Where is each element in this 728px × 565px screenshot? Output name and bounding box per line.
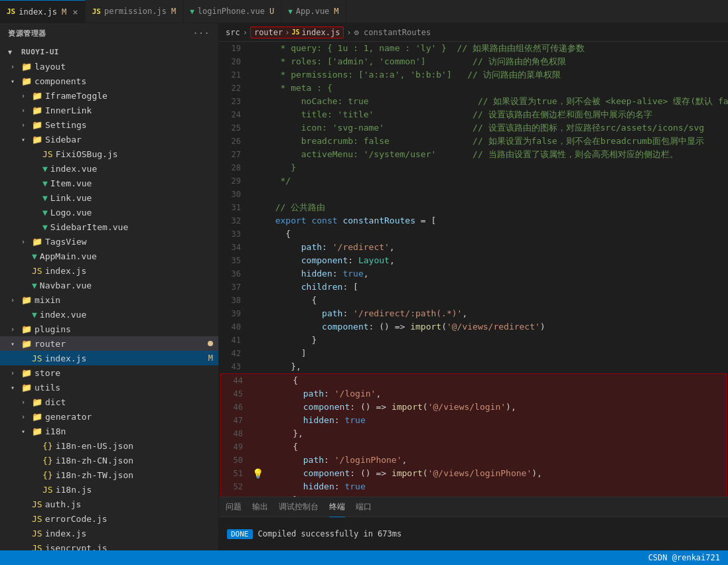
line-content: * query: { 1u : 1, name : 'ly' } // 如果路由…: [262, 42, 728, 55]
sidebar-item-sidebaritem-vue[interactable]: ▼ SidebarItem.vue: [0, 220, 218, 234]
code-editor[interactable]: 19 * query: { 1u : 1, name : 'ly' } // 如…: [219, 42, 728, 497]
sidebar-item-index-js-utils[interactable]: JS index.js: [0, 526, 218, 540]
root-arrow-icon: ▼: [8, 48, 19, 56]
code-line-34: 34 path: '/redirect',: [219, 241, 728, 254]
item-label: Logo.vue: [50, 208, 92, 218]
sidebar-item-logo-vue[interactable]: ▼ Logo.vue: [0, 205, 218, 220]
code-line-29: 29 */: [219, 174, 728, 188]
sidebar-item-mixin[interactable]: › 📁 mixin: [0, 292, 218, 307]
folder-icon: 📁: [32, 426, 42, 436]
panel-tab-port[interactable]: 端口: [356, 497, 372, 517]
line-content: [262, 188, 728, 201]
tab-index-js[interactable]: JS index.js M ×: [0, 0, 86, 23]
line-number: 19: [219, 42, 249, 55]
panel-tab-output[interactable]: 输出: [252, 497, 268, 517]
item-label: FixiOSBug.js: [56, 149, 118, 159]
tab-permission-js[interactable]: JS permission.js M: [86, 0, 183, 23]
js-file-icon: JS: [7, 7, 15, 16]
sidebar-tree[interactable]: ▼ RUOYI-UI › 📁 layout ▾ 📁 components ›: [0, 44, 218, 550]
item-label: i18n-en-US.json: [56, 441, 133, 451]
sidebar-item-generator[interactable]: › 📁 generator: [0, 409, 218, 424]
line-number: 29: [219, 174, 249, 188]
line-content: component: () => import('@/views/login')…: [264, 401, 726, 414]
item-label: i18n-zh-CN.json: [56, 456, 133, 466]
sidebar-item-fixiosbug[interactable]: JS FixiOSBug.js: [0, 147, 218, 161]
line-number: 34: [219, 241, 249, 254]
arrow-icon: ›: [11, 326, 21, 333]
tab-close-button[interactable]: ×: [72, 7, 78, 17]
folder-icon: 📁: [21, 368, 32, 378]
code-line-22: 22 * meta : {: [219, 82, 728, 95]
sidebar-item-i18n-zh-cn[interactable]: {} i18n-zh-CN.json: [0, 453, 218, 468]
sidebar-item-layout[interactable]: › 📁 layout: [0, 59, 218, 74]
sidebar-item-sidebar[interactable]: ▾ 📁 Sidebar: [0, 132, 218, 147]
sidebar-item-auth-js[interactable]: JS auth.js: [0, 497, 218, 511]
sidebar-item-plugins[interactable]: › 📁 plugins: [0, 322, 218, 336]
item-label: index.vue: [40, 310, 86, 320]
sidebar-item-index-js-layout[interactable]: JS index.js: [0, 263, 218, 278]
line-number: 52: [221, 480, 251, 493]
item-label: Navbar.vue: [40, 281, 92, 290]
sidebar-item-jsencrypt-js[interactable]: JS jsencrypt.js: [0, 540, 218, 550]
sidebar-item-utils[interactable]: ▾ 📁 utils: [0, 380, 218, 395]
sidebar-item-i18n-js[interactable]: JS i18n.js: [0, 482, 218, 497]
line-content: export const constantRoutes = [: [262, 214, 728, 227]
sidebar-item-dict[interactable]: › 📁 dict: [0, 395, 218, 409]
sidebar-item-router[interactable]: ▾ 📁 router: [0, 336, 218, 351]
sidebar-item-router-index-js[interactable]: JS index.js M: [0, 351, 218, 365]
panel-tab-terminal[interactable]: 终端: [329, 497, 345, 517]
sidebar-item-settings[interactable]: › 📁 Settings: [0, 117, 218, 132]
panel-status-text: Compiled successfully in 673ms: [258, 529, 402, 538]
line-number: 27: [219, 148, 249, 161]
code-line-20: 20 * roles: ['admin', 'common'] // 访问路由的…: [219, 55, 728, 68]
arrow-icon: ▾: [21, 136, 32, 143]
sidebar-root-label[interactable]: ▼ RUOYI-UI: [0, 44, 218, 59]
line-content: icon: 'svg-name' // 设置该路由的图标，对应路径src/ass…: [262, 121, 728, 135]
line-content: }: [262, 161, 728, 174]
sidebar-item-item-vue[interactable]: ▼ Item.vue: [0, 176, 218, 190]
tab-loginphone-vue[interactable]: ▼ loginPhone.vue U: [183, 0, 281, 23]
line-number: 49: [221, 440, 251, 454]
sidebar-item-appmain-vue[interactable]: ▼ AppMain.vue: [0, 249, 218, 263]
sidebar-item-index-vue-comp[interactable]: ▼ index.vue: [0, 161, 218, 176]
sidebar-item-navbar-vue[interactable]: ▼ Navbar.vue: [0, 278, 218, 292]
code-line-33: 33 {: [219, 227, 728, 241]
sidebar-item-index-vue-mixin[interactable]: ▼ index.vue: [0, 307, 218, 322]
tab-app-vue[interactable]: ▼ App.vue M: [281, 0, 346, 23]
line-number: 28: [219, 161, 249, 174]
sidebar-item-tagsview[interactable]: › 📁 TagsView: [0, 234, 218, 249]
json-icon: {}: [42, 470, 53, 480]
code-line-39: 39 path: '/redirect/:path(.*)',: [219, 307, 728, 320]
code-line-21: 21 * permissions: ['a:a:a', 'b:b:b'] // …: [219, 68, 728, 82]
sidebar-item-errorcode-js[interactable]: JS errorCode.js: [0, 511, 218, 526]
item-label: jsencrypt.js: [45, 543, 108, 551]
sidebar-item-i18n[interactable]: ▾ 📁 i18n: [0, 424, 218, 438]
panel-tab-debug[interactable]: 调试控制台: [279, 497, 319, 517]
line-number: 30: [219, 188, 249, 201]
line-number: 48: [221, 427, 251, 440]
json-icon: {}: [42, 441, 53, 451]
line-number: 38: [219, 294, 249, 307]
arrow-icon: ›: [21, 399, 32, 406]
code-line-25: 25 icon: 'svg-name' // 设置该路由的图标，对应路径src/…: [219, 121, 728, 135]
sidebar-item-store[interactable]: › 📁 store: [0, 365, 218, 380]
sidebar-item-i18n-zh-tw[interactable]: {} i18n-zh-TW.json: [0, 468, 218, 482]
sidebar-item-innerlink[interactable]: › 📁 InnerLink: [0, 103, 218, 117]
folder-icon: 📁: [32, 397, 42, 407]
sidebar-item-iframetoggle[interactable]: › 📁 IframeToggle: [0, 88, 218, 103]
line-number: 24: [219, 108, 249, 121]
panel-tab-issue[interactable]: 问题: [226, 497, 242, 517]
bulb-icon[interactable]: 💡: [252, 467, 263, 480]
item-label: IframeToggle: [45, 91, 108, 101]
folder-icon: 📁: [32, 91, 42, 101]
code-line-23: 23 noCache: true // 如果设置为true，则不会被 <keep…: [219, 95, 728, 108]
sidebar-more-button[interactable]: ···: [193, 29, 210, 38]
sidebar-item-link-vue[interactable]: ▼ Link.vue: [0, 190, 218, 205]
line-content: breadcrumb: false // 如果设置为false，则不会在brea…: [262, 135, 728, 148]
line-number: 47: [221, 414, 251, 427]
sidebar-item-i18n-en[interactable]: {} i18n-en-US.json: [0, 438, 218, 453]
line-number: 41: [219, 334, 249, 347]
panel-tabs: 问题 输出 调试控制台 终端 端口: [219, 497, 728, 517]
code-line-37: 37 children: [: [219, 281, 728, 294]
sidebar-item-components[interactable]: ▾ 📁 components: [0, 74, 218, 88]
